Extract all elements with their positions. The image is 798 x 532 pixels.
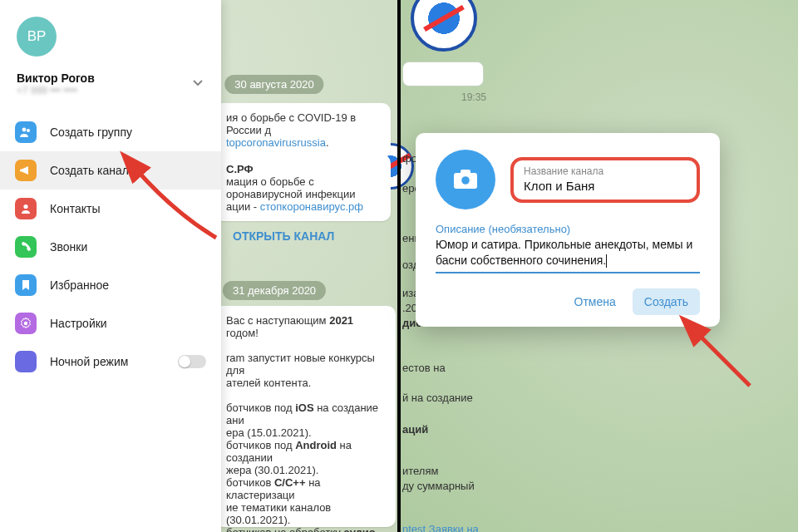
text-fragment: аций [402, 422, 428, 437]
text-fragment: ителям [402, 464, 438, 479]
menu-label: Создать группу [50, 126, 132, 139]
text-line: ера (15.01.2021). [226, 426, 312, 439]
text-line: Вас с наступающим 2021 годом! [226, 314, 353, 339]
camera-icon [453, 169, 478, 190]
menu-label: Избранное [50, 278, 109, 292]
menu-label: Контакты [50, 202, 100, 215]
menu-settings[interactable]: Настройки [0, 304, 221, 342]
message-bubble: Вас с наступающим 2021 годом! ram запуст… [214, 306, 396, 527]
bookmark-icon [15, 274, 37, 296]
phone-icon [15, 236, 37, 258]
menu-saved[interactable]: Избранное [0, 266, 221, 304]
text-fragment: мация о борьбе с [226, 175, 314, 188]
menu-label: Ночной режим [50, 355, 128, 368]
message-bubble: С.РФ мация о борьбе с оронавирусной инфе… [214, 155, 391, 221]
text-line: ие тематики каналов (30.01.2021). [226, 501, 331, 526]
profile-name: Виктор Рогов [17, 71, 95, 85]
link-fragment[interactable]: стопкоронавирус.рф [260, 200, 363, 213]
channel-description-input[interactable]: Юмор и сатира. Прикольные анекдоты, мемы… [436, 237, 700, 273]
group-icon [15, 121, 37, 143]
text-line: ботчиков на обработку аудио- и [226, 526, 379, 532]
menu-night-mode[interactable]: Ночной режим [0, 342, 221, 381]
text-fragment: ntest Заявки на [402, 522, 479, 532]
channel-name-field-highlight: Название канала Клоп и Баня [510, 157, 700, 203]
open-channel-button[interactable]: ОТКРЫТЬ КАНАЛ [233, 229, 334, 243]
profile-phone-blurred: +7 999 ••• •••• [17, 85, 95, 96]
create-channel-dialog: Название канала Клоп и Баня Описание (не… [416, 133, 720, 327]
text-fragment: оронавирусной инфекции [226, 188, 356, 200]
date-separator: 31 декабря 2020 [223, 281, 326, 300]
message-bubble: ия о борьбе с COVID-19 в России д topcor… [214, 103, 391, 157]
text-line: ботчиков C/C++ на кластеризаци [226, 476, 321, 501]
chevron-down-icon[interactable] [191, 76, 204, 92]
text-caret [606, 254, 607, 268]
cancel-button[interactable]: Отмена [563, 288, 628, 315]
text-line: жера (30.01.2021). [226, 464, 318, 476]
empty-input-box [402, 62, 484, 86]
channel-description-label: Описание (необязательно) [436, 223, 700, 235]
svg-point-1 [27, 129, 30, 132]
channel-photo-button[interactable] [436, 150, 495, 209]
main-menu-drawer: ВР Виктор Рогов +7 999 ••• •••• Создать … [0, 0, 221, 532]
channel-name-label: Название канала [524, 165, 687, 177]
svg-point-0 [22, 128, 27, 132]
link-fragment[interactable]: topcoronavirusrussia [226, 136, 326, 149]
text-line: ботчиков под iOS на создание ани [226, 401, 378, 426]
contacts-icon [15, 198, 37, 219]
text-line: ателей контента. [226, 377, 311, 389]
text-fragment: С.РФ [226, 163, 254, 175]
text-fragment: естов на [402, 361, 446, 376]
menu-label: Звонки [50, 240, 87, 254]
moon-icon [15, 351, 37, 372]
channel-name-input[interactable]: Клоп и Баня [524, 179, 687, 193]
menu-label: Создать канал [50, 164, 129, 177]
night-mode-toggle[interactable] [178, 355, 206, 368]
gear-icon [15, 313, 37, 334]
annotation-arrow-left [125, 163, 224, 249]
profile-avatar[interactable]: ВР [17, 17, 57, 57]
image-split-divider [397, 0, 401, 532]
message-time: 19:35 [461, 91, 486, 103]
svg-rect-6 [461, 170, 470, 175]
text-fragment: ации - [226, 200, 260, 213]
create-button[interactable]: Создать [633, 288, 700, 315]
text-line: ботчиков под Android на создании [226, 439, 352, 464]
menu-create-group[interactable]: Создать группу [0, 113, 221, 151]
text-line: ram запустит новые конкурсы для [226, 352, 375, 377]
annotation-arrow-right [692, 328, 766, 397]
text-fragment: ия о борьбе с COVID-19 в России д [226, 111, 356, 136]
text-fragment: й на создание [402, 391, 473, 406]
text-fragment: ду суммарный [402, 479, 475, 494]
megaphone-icon [15, 160, 37, 181]
menu-label: Настройки [50, 317, 107, 330]
svg-rect-2 [20, 170, 22, 172]
svg-point-3 [23, 204, 27, 209]
svg-point-4 [24, 322, 27, 325]
